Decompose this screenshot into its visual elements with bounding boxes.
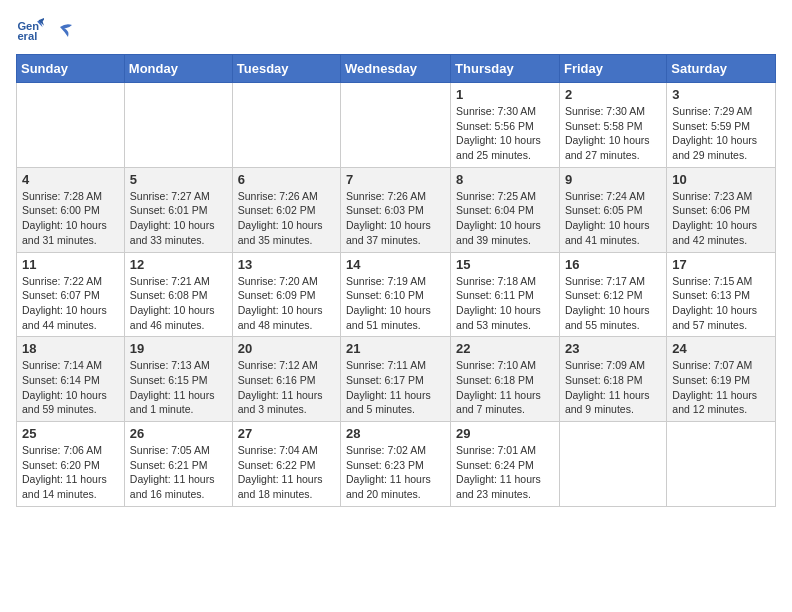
day-info: Sunrise: 7:15 AM Sunset: 6:13 PM Dayligh…: [672, 274, 770, 333]
day-info: Sunrise: 7:18 AM Sunset: 6:11 PM Dayligh…: [456, 274, 554, 333]
logo-bird-icon: [50, 23, 72, 41]
calendar-cell: 16Sunrise: 7:17 AM Sunset: 6:12 PM Dayli…: [559, 252, 666, 337]
calendar-cell: 25Sunrise: 7:06 AM Sunset: 6:20 PM Dayli…: [17, 422, 125, 507]
calendar-cell: 18Sunrise: 7:14 AM Sunset: 6:14 PM Dayli…: [17, 337, 125, 422]
day-info: Sunrise: 7:22 AM Sunset: 6:07 PM Dayligh…: [22, 274, 119, 333]
calendar-cell: 17Sunrise: 7:15 AM Sunset: 6:13 PM Dayli…: [667, 252, 776, 337]
calendar-body: 1Sunrise: 7:30 AM Sunset: 5:56 PM Daylig…: [17, 83, 776, 507]
day-number: 25: [22, 426, 119, 441]
day-info: Sunrise: 7:26 AM Sunset: 6:02 PM Dayligh…: [238, 189, 335, 248]
calendar-cell: 5Sunrise: 7:27 AM Sunset: 6:01 PM Daylig…: [124, 167, 232, 252]
calendar-cell: 28Sunrise: 7:02 AM Sunset: 6:23 PM Dayli…: [341, 422, 451, 507]
day-info: Sunrise: 7:12 AM Sunset: 6:16 PM Dayligh…: [238, 358, 335, 417]
day-number: 26: [130, 426, 227, 441]
day-number: 20: [238, 341, 335, 356]
calendar-cell: 22Sunrise: 7:10 AM Sunset: 6:18 PM Dayli…: [451, 337, 560, 422]
calendar-cell: [667, 422, 776, 507]
day-number: 17: [672, 257, 770, 272]
day-info: Sunrise: 7:02 AM Sunset: 6:23 PM Dayligh…: [346, 443, 445, 502]
calendar-week-row: 11Sunrise: 7:22 AM Sunset: 6:07 PM Dayli…: [17, 252, 776, 337]
day-number: 27: [238, 426, 335, 441]
day-number: 18: [22, 341, 119, 356]
calendar-table: SundayMondayTuesdayWednesdayThursdayFrid…: [16, 54, 776, 507]
day-number: 12: [130, 257, 227, 272]
calendar-cell: 14Sunrise: 7:19 AM Sunset: 6:10 PM Dayli…: [341, 252, 451, 337]
day-info: Sunrise: 7:25 AM Sunset: 6:04 PM Dayligh…: [456, 189, 554, 248]
calendar-week-row: 25Sunrise: 7:06 AM Sunset: 6:20 PM Dayli…: [17, 422, 776, 507]
calendar-cell: 26Sunrise: 7:05 AM Sunset: 6:21 PM Dayli…: [124, 422, 232, 507]
day-info: Sunrise: 7:07 AM Sunset: 6:19 PM Dayligh…: [672, 358, 770, 417]
logo-icon: Gen eral: [16, 16, 44, 44]
calendar-cell: [124, 83, 232, 168]
day-info: Sunrise: 7:06 AM Sunset: 6:20 PM Dayligh…: [22, 443, 119, 502]
calendar-cell: 21Sunrise: 7:11 AM Sunset: 6:17 PM Dayli…: [341, 337, 451, 422]
calendar-cell: [341, 83, 451, 168]
day-number: 28: [346, 426, 445, 441]
calendar-cell: 15Sunrise: 7:18 AM Sunset: 6:11 PM Dayli…: [451, 252, 560, 337]
calendar-cell: 4Sunrise: 7:28 AM Sunset: 6:00 PM Daylig…: [17, 167, 125, 252]
day-number: 7: [346, 172, 445, 187]
calendar-cell: [232, 83, 340, 168]
day-number: 16: [565, 257, 661, 272]
day-info: Sunrise: 7:01 AM Sunset: 6:24 PM Dayligh…: [456, 443, 554, 502]
day-number: 8: [456, 172, 554, 187]
day-number: 29: [456, 426, 554, 441]
calendar-cell: 13Sunrise: 7:20 AM Sunset: 6:09 PM Dayli…: [232, 252, 340, 337]
header-monday: Monday: [124, 55, 232, 83]
calendar-cell: 1Sunrise: 7:30 AM Sunset: 5:56 PM Daylig…: [451, 83, 560, 168]
day-number: 19: [130, 341, 227, 356]
calendar-week-row: 18Sunrise: 7:14 AM Sunset: 6:14 PM Dayli…: [17, 337, 776, 422]
calendar-cell: 10Sunrise: 7:23 AM Sunset: 6:06 PM Dayli…: [667, 167, 776, 252]
calendar-cell: 6Sunrise: 7:26 AM Sunset: 6:02 PM Daylig…: [232, 167, 340, 252]
day-number: 22: [456, 341, 554, 356]
calendar-cell: [17, 83, 125, 168]
day-number: 24: [672, 341, 770, 356]
day-info: Sunrise: 7:20 AM Sunset: 6:09 PM Dayligh…: [238, 274, 335, 333]
logo: Gen eral: [16, 16, 72, 44]
day-number: 10: [672, 172, 770, 187]
day-number: 2: [565, 87, 661, 102]
svg-text:eral: eral: [17, 30, 37, 42]
calendar-week-row: 1Sunrise: 7:30 AM Sunset: 5:56 PM Daylig…: [17, 83, 776, 168]
day-number: 15: [456, 257, 554, 272]
day-number: 23: [565, 341, 661, 356]
header-tuesday: Tuesday: [232, 55, 340, 83]
header-friday: Friday: [559, 55, 666, 83]
day-info: Sunrise: 7:10 AM Sunset: 6:18 PM Dayligh…: [456, 358, 554, 417]
day-info: Sunrise: 7:11 AM Sunset: 6:17 PM Dayligh…: [346, 358, 445, 417]
day-info: Sunrise: 7:04 AM Sunset: 6:22 PM Dayligh…: [238, 443, 335, 502]
header-saturday: Saturday: [667, 55, 776, 83]
calendar-cell: 19Sunrise: 7:13 AM Sunset: 6:15 PM Dayli…: [124, 337, 232, 422]
header-thursday: Thursday: [451, 55, 560, 83]
day-info: Sunrise: 7:28 AM Sunset: 6:00 PM Dayligh…: [22, 189, 119, 248]
day-info: Sunrise: 7:30 AM Sunset: 5:56 PM Dayligh…: [456, 104, 554, 163]
calendar-header-row: SundayMondayTuesdayWednesdayThursdayFrid…: [17, 55, 776, 83]
calendar-cell: 20Sunrise: 7:12 AM Sunset: 6:16 PM Dayli…: [232, 337, 340, 422]
calendar-cell: 23Sunrise: 7:09 AM Sunset: 6:18 PM Dayli…: [559, 337, 666, 422]
day-info: Sunrise: 7:24 AM Sunset: 6:05 PM Dayligh…: [565, 189, 661, 248]
day-number: 1: [456, 87, 554, 102]
header: Gen eral: [16, 16, 776, 44]
calendar-cell: 8Sunrise: 7:25 AM Sunset: 6:04 PM Daylig…: [451, 167, 560, 252]
header-wednesday: Wednesday: [341, 55, 451, 83]
day-number: 14: [346, 257, 445, 272]
calendar-week-row: 4Sunrise: 7:28 AM Sunset: 6:00 PM Daylig…: [17, 167, 776, 252]
day-info: Sunrise: 7:05 AM Sunset: 6:21 PM Dayligh…: [130, 443, 227, 502]
day-number: 5: [130, 172, 227, 187]
calendar-cell: 27Sunrise: 7:04 AM Sunset: 6:22 PM Dayli…: [232, 422, 340, 507]
day-info: Sunrise: 7:09 AM Sunset: 6:18 PM Dayligh…: [565, 358, 661, 417]
day-info: Sunrise: 7:23 AM Sunset: 6:06 PM Dayligh…: [672, 189, 770, 248]
day-number: 6: [238, 172, 335, 187]
day-number: 3: [672, 87, 770, 102]
header-sunday: Sunday: [17, 55, 125, 83]
calendar-cell: 9Sunrise: 7:24 AM Sunset: 6:05 PM Daylig…: [559, 167, 666, 252]
day-info: Sunrise: 7:17 AM Sunset: 6:12 PM Dayligh…: [565, 274, 661, 333]
calendar-cell: 7Sunrise: 7:26 AM Sunset: 6:03 PM Daylig…: [341, 167, 451, 252]
calendar-cell: [559, 422, 666, 507]
day-number: 11: [22, 257, 119, 272]
day-info: Sunrise: 7:26 AM Sunset: 6:03 PM Dayligh…: [346, 189, 445, 248]
calendar-cell: 24Sunrise: 7:07 AM Sunset: 6:19 PM Dayli…: [667, 337, 776, 422]
calendar-cell: 12Sunrise: 7:21 AM Sunset: 6:08 PM Dayli…: [124, 252, 232, 337]
day-info: Sunrise: 7:13 AM Sunset: 6:15 PM Dayligh…: [130, 358, 227, 417]
day-info: Sunrise: 7:14 AM Sunset: 6:14 PM Dayligh…: [22, 358, 119, 417]
